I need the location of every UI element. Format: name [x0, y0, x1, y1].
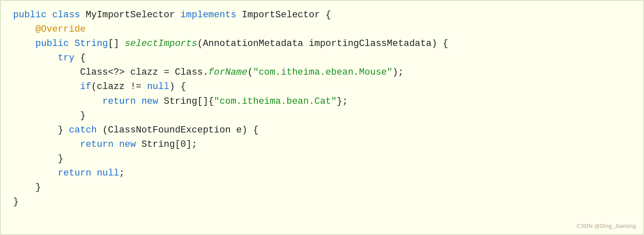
code-line-2: @Override	[13, 22, 631, 37]
code-line-13: }	[13, 181, 631, 195]
code-line-5: Class<?> clazz = Class.forName("com.ithe…	[13, 65, 631, 80]
code-line-11: }	[13, 152, 631, 166]
code-line-10: return new String[0];	[13, 138, 631, 152]
code-line-7: return new String[]{"com.itheima.bean.Ca…	[13, 95, 631, 109]
code-line-14: }	[13, 195, 631, 209]
watermark: CSDN @Ding_Jiaxiong	[577, 222, 636, 230]
code-line-12: return null;	[13, 166, 631, 181]
code-line-6: if(clazz != null) {	[13, 80, 631, 94]
code-line-1: public class MyImportSelector implements…	[13, 8, 631, 22]
code-block: public class MyImportSelector implements…	[0, 0, 644, 235]
code-line-9: } catch (ClassNotFoundException e) {	[13, 123, 631, 138]
code-line-8: }	[13, 109, 631, 123]
code-line-4: try {	[13, 51, 631, 65]
code-line-3: public String[] selectImports(Annotation…	[13, 37, 631, 51]
